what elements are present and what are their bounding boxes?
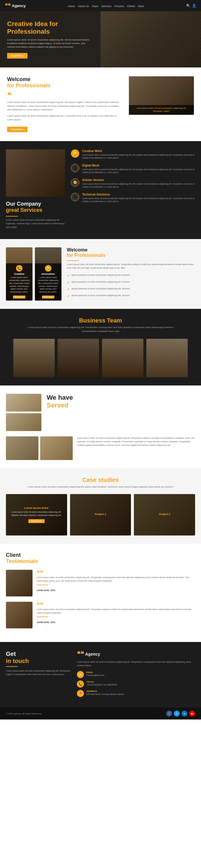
address-value: 525 Main Road, Curring Pakistan Lahore: [86, 693, 124, 696]
contact-left: Get in touch Lorem ipsum dolor sit amet …: [6, 650, 71, 700]
welcome-read-more[interactable]: Read More: [7, 127, 28, 132]
innovation-read-more[interactable]: Read More: [42, 296, 55, 299]
phone-label: Call Us: [86, 680, 117, 683]
footer-logo: ❝❝ Agency: [77, 650, 195, 658]
welcome-left: Welcome for Professionals ❝ Lorem ipsum …: [7, 76, 123, 132]
service-title: Technical Solutions: [82, 193, 195, 196]
team-card: [13, 339, 55, 377]
nav-more[interactable]: More: [138, 3, 144, 8]
welcome-right: Lorem ipsum dolor sit amet consectetur a…: [129, 76, 194, 115]
check-icon-2: ✔: [67, 280, 70, 285]
case-card-2-overlay: Project 2: [70, 494, 131, 535]
welcome-title: Welcome for Professionals: [7, 76, 123, 89]
hero-title: Creative Idea for Professionals: [7, 20, 90, 36]
innovation-title: Innovation: [36, 273, 60, 275]
footer-agency-name: Agency: [85, 652, 100, 656]
service-desc: Lorem ipsum dolor sit amet consectetur a…: [82, 197, 195, 203]
case-card-2-img: Project 2: [70, 494, 131, 535]
case-card-2: Project 2: [70, 494, 131, 535]
bulb-icon: 💡: [45, 265, 52, 272]
case-card-1-img: Lorem Ipsum Dolor Lorem ipsum dolor sit …: [6, 494, 67, 535]
case-studies-section: Case studies Lorem ipsum dolor sit amet …: [0, 468, 201, 544]
service-desc: Lorem ipsum dolor sit amet consectetur a…: [82, 168, 195, 174]
nav-links: Home About Us Team Services Process Clie…: [68, 3, 144, 8]
testimonial-1-quote: Lorem ipsum dolor sit amet consectetur a…: [37, 576, 195, 583]
case-read-more-1[interactable]: Read More: [28, 519, 45, 523]
digital-work-icon: ⊞: [71, 164, 79, 172]
facebook-icon[interactable]: f: [166, 711, 172, 716]
service-desc: Lorem ipsum dolor sit amet consectetur a…: [82, 183, 195, 189]
testimonial-2-name: JOHN DOE, CEO: [37, 621, 56, 624]
pro-description: Lorem ipsum dolor sit amet consectetur a…: [67, 263, 195, 270]
pro-title: Welcome for Professionals: [67, 247, 195, 258]
check-icon-4: ✔: [67, 294, 70, 298]
feature-item: ✔ Ipsum praesent ut amet consectetur adi…: [67, 287, 195, 291]
team-heading: Business Team: [6, 317, 195, 324]
nav-home[interactable]: Home: [68, 3, 75, 8]
testimonial-1-name: JOHN DOE, CEO: [37, 589, 56, 592]
contact-heading: Get in touch: [6, 650, 71, 664]
nav-team[interactable]: Team: [92, 3, 98, 8]
service-title: Digital Work: [82, 164, 195, 167]
contact-description: Lorem ipsum dolor sit amet consectetur a…: [6, 669, 71, 676]
user-icon[interactable]: 👤: [192, 4, 196, 8]
copyright: © 2021 Agency. All Rights Reserved.: [6, 712, 42, 715]
team-card: [102, 339, 143, 377]
technical-icon: ⚙: [71, 193, 79, 201]
served-images: [6, 394, 41, 431]
nav-services[interactable]: Services: [101, 3, 111, 8]
nav-process[interactable]: Process: [114, 3, 124, 8]
services-heading: Our Company great Services: [6, 201, 65, 214]
served-bottom: Lorem ipsum dolor sit amet consectetur a…: [6, 436, 195, 460]
testimonial-2-quote: Lorem ipsum dolor sit amet consectetur a…: [37, 608, 195, 615]
case-card-3-overlay: Project 3: [134, 494, 195, 535]
case-card-3-title: Project 3: [159, 513, 170, 516]
artistic-icon: 🎨: [71, 178, 79, 187]
case-card-3-img: Project 3: [134, 494, 195, 535]
welcome-image: Lorem ipsum dolor sit amet consectetur a…: [129, 76, 194, 115]
served-bottom-img-2: [40, 436, 73, 460]
professionals-section: 📞 Creative Lorem ipsum amet consectetur …: [0, 239, 201, 309]
served-bottom-images: [6, 436, 73, 460]
team-section: Business Team Lorem ipsum dolor sit amet…: [0, 309, 201, 385]
service-title: Creative Work: [82, 149, 195, 153]
testimonial-1-content: ❝❝ Lorem ipsum dolor sit amet consectetu…: [37, 570, 195, 592]
service-item: 🎨 Artistic Version Lorem ipsum dolor sit…: [71, 178, 195, 189]
phone-value: +92-3221032042 +92 346525344: [86, 683, 117, 687]
creative-read-more[interactable]: Read More: [13, 296, 26, 299]
team-member-2-img: [58, 339, 99, 377]
testimonial-2-img: [6, 602, 33, 628]
twitter-icon[interactable]: t: [174, 711, 180, 716]
youtube-icon[interactable]: ▶: [189, 711, 195, 716]
hero-bg-image: [100, 11, 201, 67]
contact-section: Get in touch Lorem ipsum dolor sit amet …: [0, 642, 201, 708]
team-member-1-img: [13, 339, 55, 377]
testimonial-2: ❝❝ Lorem ipsum dolor sit amet consectetu…: [6, 602, 195, 628]
nav-clients[interactable]: Clients: [127, 3, 135, 8]
address-icon: 📍: [77, 690, 84, 697]
served-text: We have Served: [47, 394, 73, 431]
creative-card: 📞 Creative Lorem ipsum amet consectetur …: [6, 247, 33, 301]
innovation-card: 💡 Innovation Lorem ipsum amet consectetu…: [35, 247, 62, 301]
creative-work-icon: 💡: [71, 149, 79, 158]
nav-about[interactable]: About Us: [78, 3, 89, 8]
feature-item: ✔ Ipsum praesent ut amet consectetur adi…: [67, 280, 195, 285]
check-icon-1: ✔: [67, 274, 70, 278]
search-icon[interactable]: 🔍: [186, 4, 190, 8]
welcome-quote: Lorem ipsum dolor sit amet consectetur a…: [7, 101, 123, 112]
case-card-1-desc: Lorem ipsum dolor sit amet consectetur a…: [9, 510, 64, 517]
navigation: ❝❝ Agency Home About Us Team Services Pr…: [0, 0, 201, 11]
case-card-1-overlay: Lorem Ipsum Dolor Lorem ipsum dolor sit …: [6, 494, 67, 535]
hero-title-line1: Creative Idea: [7, 20, 47, 28]
testimonial-1-img: [6, 570, 33, 596]
quote-mark: ❝: [7, 91, 123, 99]
feature-item: ✔ Ipsum praesent ut amet consectetur adi…: [67, 273, 195, 278]
testimonials-section: Client Testimonials ❝❝ Lorem ipsum dolor…: [0, 544, 201, 642]
logo: ❝❝ Agency: [5, 2, 26, 9]
address-label: ADDRESS: [86, 690, 124, 692]
hero-cta-button[interactable]: Read More: [7, 53, 28, 59]
served-bottom-img-1: [6, 436, 38, 460]
feature-item: ✔ Ipsum praesent ut amet consectetur adi…: [67, 294, 195, 298]
linkedin-icon[interactable]: in: [181, 711, 188, 716]
phone-contact: 📞 Call Us +92-3221032042 +92 346525344: [77, 680, 195, 687]
